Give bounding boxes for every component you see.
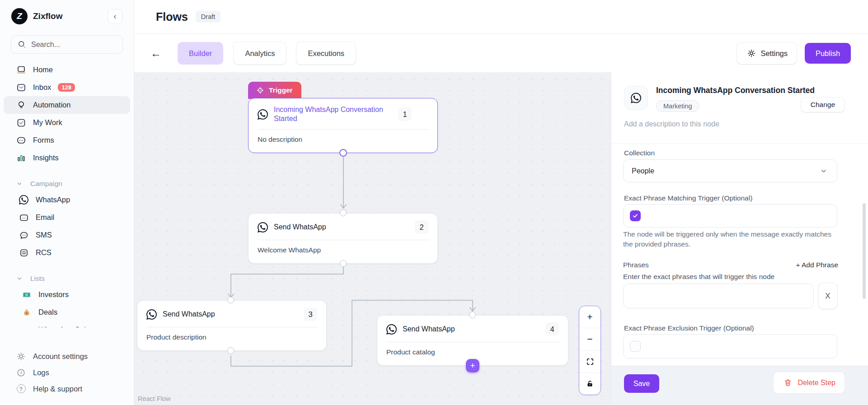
zixflow-logo-icon: Z bbox=[11, 8, 28, 24]
settings-label: Settings bbox=[760, 49, 788, 58]
chevron-down-icon bbox=[14, 179, 24, 189]
sidebar-item-investors[interactable]: $ Investors bbox=[4, 286, 130, 303]
bar-chart-icon bbox=[16, 153, 26, 163]
node-handle[interactable] bbox=[339, 149, 347, 157]
sidebar-item-label: Deals bbox=[38, 308, 57, 317]
sidebar-item-home[interactable]: Home bbox=[4, 61, 130, 79]
sidebar-item-label: Forms bbox=[33, 136, 54, 144]
category-badge: Marketing bbox=[656, 100, 699, 112]
node-description: Product description bbox=[146, 327, 317, 341]
flow-node-4[interactable]: Send WhatsApp 4 Product catalog bbox=[377, 315, 568, 366]
sidebar-item-label: Logs bbox=[33, 368, 49, 377]
sidebar-item-inbox[interactable]: Inbox 128 bbox=[4, 79, 130, 96]
exact-match-label: Exact Phrase Matching Trigger (Optional) bbox=[624, 194, 752, 202]
sidebar-item-sms[interactable]: SMS bbox=[4, 226, 130, 244]
flow-node-trigger[interactable]: Incoming WhatsApp Conversation Started 1… bbox=[248, 98, 438, 153]
phrase-input[interactable] bbox=[623, 284, 814, 308]
sidebar-item-account-settings[interactable]: Account settings bbox=[4, 348, 130, 364]
chevron-down-icon bbox=[818, 166, 829, 176]
lock-button[interactable] bbox=[579, 373, 601, 395]
sidebar-item-insights[interactable]: Insights bbox=[4, 149, 130, 167]
form-bubble-icon bbox=[16, 135, 26, 145]
node-number: 1 bbox=[398, 107, 412, 121]
page-title: Flows bbox=[156, 10, 188, 23]
node-title: Send WhatsApp bbox=[163, 310, 298, 318]
sidebar-item-automation[interactable]: Automation bbox=[4, 96, 130, 114]
exact-match-checkbox[interactable] bbox=[630, 210, 641, 221]
publish-button[interactable]: Publish bbox=[805, 43, 851, 64]
sidebar-item-label: Home bbox=[33, 65, 53, 74]
sidebar-item-label: Email bbox=[36, 213, 54, 222]
sidebar-item-whatsapp[interactable]: WhatsApp bbox=[4, 191, 130, 209]
whatsapp-icon bbox=[19, 195, 29, 205]
delete-step-button[interactable]: Delete Step bbox=[774, 372, 845, 393]
remove-phrase-button[interactable]: X bbox=[818, 283, 837, 309]
collection-select[interactable]: People bbox=[623, 159, 837, 182]
node-handle[interactable] bbox=[340, 260, 347, 267]
sidebar-item-deals[interactable]: $ Deals bbox=[4, 303, 130, 321]
zoom-in-button[interactable]: + bbox=[579, 306, 601, 328]
exact-match-row bbox=[623, 204, 837, 228]
sidebar-item-logs[interactable]: Logs bbox=[4, 364, 130, 381]
settings-button[interactable]: Settings bbox=[737, 42, 797, 64]
node-number: 2 bbox=[415, 220, 428, 234]
sidebar-item-label: RCS bbox=[36, 248, 52, 257]
sidebar-item-clipped[interactable]: WhatsApp Sub bbox=[0, 321, 134, 327]
add-phrase-link[interactable]: + Add Phrase bbox=[796, 261, 839, 269]
whatsapp-icon bbox=[631, 93, 641, 103]
save-button[interactable]: Save bbox=[624, 374, 659, 393]
whatsapp-icon bbox=[386, 324, 397, 335]
search-box[interactable] bbox=[11, 35, 123, 54]
brand-row: Z Zixflow ‹ bbox=[0, 0, 134, 33]
node-number: 3 bbox=[304, 307, 317, 321]
flow-node-3[interactable]: Send WhatsApp 3 Product description bbox=[137, 300, 327, 351]
tab-analytics[interactable]: Analytics bbox=[234, 42, 286, 65]
node-handle[interactable] bbox=[340, 209, 347, 216]
sidebar-collapse-button[interactable]: ‹ bbox=[108, 9, 122, 24]
sidebar-item-help-support[interactable]: ? Help & support bbox=[4, 381, 130, 397]
sidebar-item-my-work[interactable]: My Work bbox=[4, 114, 130, 131]
change-button[interactable]: Change bbox=[801, 98, 845, 112]
trigger-badge-label: Trigger bbox=[269, 86, 293, 94]
section-lists[interactable]: Lists bbox=[0, 271, 134, 286]
search-input[interactable] bbox=[31, 41, 99, 49]
panel-scrollbar-thumb[interactable] bbox=[863, 203, 866, 299]
help-icon: ? bbox=[16, 384, 26, 394]
reactflow-attribution: React Flow bbox=[138, 395, 171, 402]
sidebar-item-label: WhatsApp bbox=[36, 196, 70, 204]
fit-view-button[interactable] bbox=[579, 351, 601, 373]
flow-node-2[interactable]: Send WhatsApp 2 Welcome WhatsApp bbox=[248, 213, 438, 264]
node-description-placeholder[interactable]: Add a description to this node bbox=[624, 120, 719, 128]
exclusion-label: Exact Phrase Exclusion Trigger (Optional… bbox=[624, 324, 754, 332]
node-handle[interactable] bbox=[227, 297, 234, 303]
tab-executions[interactable]: Executions bbox=[296, 42, 356, 65]
back-arrow-icon[interactable]: ← bbox=[150, 47, 161, 60]
sidebar-item-rcs[interactable]: RCS bbox=[4, 244, 130, 261]
exclusion-row bbox=[623, 334, 837, 358]
node-handle[interactable] bbox=[227, 347, 234, 354]
search-icon bbox=[17, 39, 27, 50]
svg-text:$: $ bbox=[26, 312, 28, 315]
phrases-label: Phrases bbox=[623, 261, 649, 269]
rcs-doc-icon bbox=[19, 247, 29, 258]
section-label: Lists bbox=[30, 275, 45, 283]
node-handle[interactable] bbox=[469, 312, 476, 318]
whatsapp-icon bbox=[146, 309, 157, 320]
sidebar-item-forms[interactable]: Forms bbox=[4, 131, 130, 149]
sidebar: Z Zixflow ‹ Home Inbox 128 Automation bbox=[0, 0, 134, 405]
add-node-button[interactable]: + bbox=[466, 359, 479, 372]
sidebar-item-email[interactable]: Email bbox=[4, 209, 130, 226]
zoom-out-button[interactable]: − bbox=[579, 328, 601, 350]
trigger-badge: Trigger bbox=[248, 82, 301, 99]
fit-view-icon bbox=[585, 356, 595, 367]
tab-builder[interactable]: Builder bbox=[178, 42, 223, 65]
section-label: Campaign bbox=[30, 180, 62, 188]
inbox-icon bbox=[16, 82, 26, 93]
exact-match-help: The node will be triggered only when the… bbox=[623, 229, 843, 249]
exclusion-checkbox[interactable] bbox=[630, 341, 641, 352]
lightbulb-icon bbox=[16, 100, 26, 110]
section-campaign[interactable]: Campaign bbox=[0, 177, 134, 191]
flow-canvas[interactable]: Trigger Incoming WhatsApp Conversation S… bbox=[134, 72, 611, 405]
email-icon bbox=[19, 212, 29, 223]
home-icon bbox=[16, 65, 26, 75]
